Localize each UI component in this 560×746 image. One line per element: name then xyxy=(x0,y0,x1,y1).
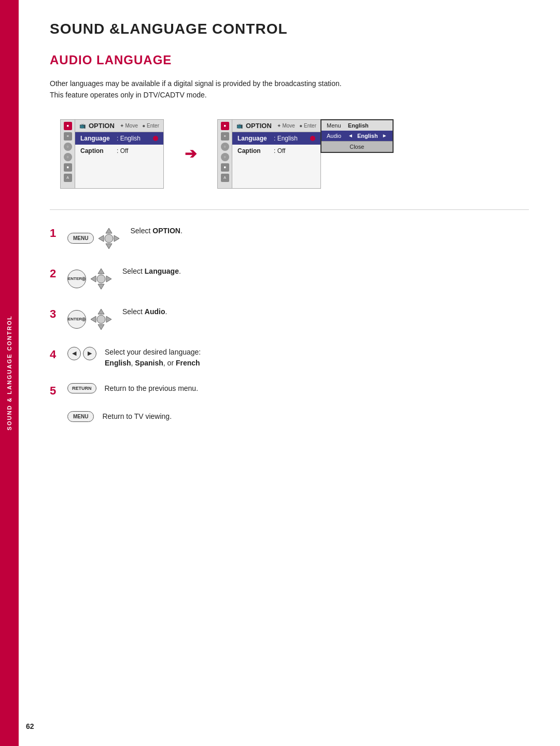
main-content: SOUND &LANGUAGE CONTROL AUDIO LANGUAGE O… xyxy=(19,0,560,456)
step-4-icons: ◀ ▶ xyxy=(67,347,96,360)
submenu-row-audio: Audio ◄ English ► xyxy=(321,131,393,141)
step-3-bold: Audio xyxy=(145,307,165,316)
left-language-value: : English xyxy=(117,135,141,142)
left-menu-box: ■ ≡ ○ ○ ■ A 📺 OPTION ✦ Move ● Enter xyxy=(60,119,164,189)
right-side-icon-5: ■ xyxy=(221,163,229,172)
side-icon-1: ■ xyxy=(64,122,72,130)
left-menu-title: OPTION xyxy=(89,122,115,130)
side-icon-5: ■ xyxy=(64,163,72,172)
svg-point-4 xyxy=(105,234,113,243)
svg-marker-5 xyxy=(98,269,104,274)
left-menu-tv-icon: 📺 xyxy=(79,123,86,129)
section-title: AUDIO LANGUAGE xyxy=(50,53,529,67)
description-line2: This feature operates only in DTV/CADTV … xyxy=(50,89,529,101)
left-caption-value: : Off xyxy=(117,147,128,154)
enter-dot-2 xyxy=(82,277,86,281)
step-2-icons: ENTER xyxy=(67,266,114,292)
submenu-audio-value: English xyxy=(357,133,378,139)
dpad-svg-1 xyxy=(97,227,120,250)
return-button[interactable]: RETURN xyxy=(67,383,96,393)
step-5-icons: RETURN xyxy=(67,383,96,393)
submenu-close-button[interactable]: Close xyxy=(321,141,393,152)
submenu-right-arrow: ► xyxy=(382,133,387,138)
steps-area: 1 MENU Select OPTION. xyxy=(50,226,529,425)
submenu-menu-label: Menu xyxy=(327,122,345,129)
right-caption-label: Caption xyxy=(237,147,269,154)
submenu-row-menu: Menu English xyxy=(321,120,393,131)
step-5: 5 RETURN Return to the previous menu. xyxy=(50,383,529,397)
left-arrow-button[interactable]: ◀ xyxy=(67,347,81,360)
step-1-text: Select OPTION. xyxy=(130,226,182,236)
left-menu-side-icons: ■ ≡ ○ ○ ■ A xyxy=(61,120,75,188)
dpad-2[interactable] xyxy=(88,266,114,292)
left-menu-spacer xyxy=(75,157,163,188)
step-4-spanish: Spanish xyxy=(135,359,163,367)
step-2-number: 2 xyxy=(50,268,59,279)
step-4-english: English xyxy=(105,359,131,367)
left-menu-header-left: 📺 OPTION xyxy=(79,122,115,130)
dpad-svg-3 xyxy=(90,308,113,331)
page-number: 62 xyxy=(26,722,34,730)
right-side-icon-2: ≡ xyxy=(221,132,229,140)
right-side-icon-3: ○ xyxy=(221,143,229,151)
svg-marker-0 xyxy=(106,228,112,233)
right-menu-header-left: 📺 OPTION xyxy=(236,122,272,130)
side-icon-6: A xyxy=(64,174,72,182)
right-arrow-button[interactable]: ▶ xyxy=(83,347,96,360)
right-menu-spacer xyxy=(232,157,320,188)
step-1-bold: OPTION xyxy=(152,227,180,235)
submenu-menu-value: English xyxy=(348,122,369,129)
right-caption-value: : Off xyxy=(274,147,285,154)
right-menu-nav-hint: ✦ Move ● Enter xyxy=(277,123,316,129)
right-language-label: Language xyxy=(237,135,269,142)
step-3-icons: ENTER xyxy=(67,306,114,332)
left-menu-right: 📺 OPTION ✦ Move ● Enter Language : Engli… xyxy=(75,120,163,188)
step-6: 6 MENU Return to TV viewing. xyxy=(50,411,529,425)
submenu-left-arrow: ◄ xyxy=(348,133,353,138)
left-caption-label: Caption xyxy=(80,147,111,154)
right-side-icon-6: A xyxy=(221,174,229,182)
right-menu-right: 📺 OPTION ✦ Move ● Enter Language : Engli… xyxy=(232,120,320,188)
page-title: SOUND &LANGUAGE CONTROL xyxy=(50,21,529,37)
enter-label-3: ENTER xyxy=(68,317,82,321)
left-menu-row-caption: Caption : Off xyxy=(75,145,163,157)
right-menu-box: ■ ≡ ○ ○ ■ A 📺 OPTION ✦ Move ● Enter xyxy=(217,119,321,189)
svg-marker-12 xyxy=(91,316,96,322)
dpad-svg-2 xyxy=(90,268,113,290)
diagram-arrow: ➔ xyxy=(185,145,197,162)
enter-button-2[interactable]: ENTER xyxy=(67,270,86,288)
svg-marker-11 xyxy=(98,325,104,330)
svg-marker-10 xyxy=(98,309,104,314)
dpad-3[interactable] xyxy=(88,306,114,332)
svg-marker-3 xyxy=(114,235,119,242)
step-3-text: Select Audio. xyxy=(122,306,167,317)
enter-button-3[interactable]: ENTER xyxy=(67,310,86,329)
submenu-audio-label: Audio xyxy=(327,133,345,139)
svg-marker-13 xyxy=(106,316,111,322)
right-menu-tv-icon: 📺 xyxy=(236,123,243,129)
svg-marker-6 xyxy=(98,284,104,289)
description: Other languages may be available if a di… xyxy=(50,78,529,101)
svg-point-14 xyxy=(97,315,105,323)
step-1-number: 1 xyxy=(50,228,59,239)
step-1-icons: MENU xyxy=(67,226,122,251)
menu-button-6[interactable]: MENU xyxy=(67,411,94,422)
right-menu-row-language: Language : English xyxy=(232,132,320,145)
description-line1: Other languages may be available if a di… xyxy=(50,78,529,89)
dpad-1[interactable] xyxy=(96,226,122,251)
right-language-value: : English xyxy=(274,135,298,142)
left-menu-body: Language : English Caption : Off xyxy=(75,132,163,188)
step-5-number: 5 xyxy=(50,385,59,397)
sidebar: Sound & Language Control xyxy=(0,0,19,746)
menu-button-1[interactable]: MENU xyxy=(67,233,94,244)
right-menu-title: OPTION xyxy=(246,122,272,130)
right-menu-side-icons: ■ ≡ ○ ○ ■ A xyxy=(218,120,232,188)
left-menu-nav-hint: ✦ Move ● Enter xyxy=(120,123,159,129)
svg-point-9 xyxy=(97,275,105,283)
step-5-text: Return to the previous menu. xyxy=(105,383,199,394)
step-2-bold: Language xyxy=(145,267,179,275)
enter-dot-3 xyxy=(82,317,86,321)
right-menu-row-caption: Caption : Off xyxy=(232,145,320,157)
svg-marker-1 xyxy=(106,244,112,249)
left-enter-dot xyxy=(153,136,158,141)
